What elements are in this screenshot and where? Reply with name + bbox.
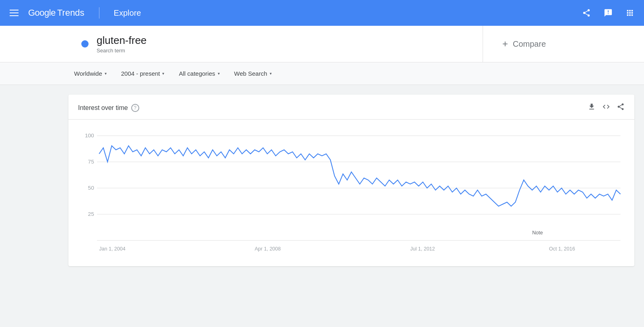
svg-text:75: 75 xyxy=(88,159,94,165)
logo-google-text: Google xyxy=(28,8,56,18)
filter-category-label: All categories xyxy=(179,70,215,77)
filter-category[interactable]: All categories ▾ xyxy=(173,68,225,79)
logo-trends-text: Trends xyxy=(57,8,85,18)
search-term-text: gluten-free xyxy=(97,34,147,47)
compare-box[interactable]: + Compare xyxy=(483,26,644,62)
svg-text:Oct 1, 2016: Oct 1, 2016 xyxy=(549,246,575,252)
compare-plus-icon: + xyxy=(502,38,508,50)
header-right xyxy=(579,5,638,21)
embed-chart-button[interactable] xyxy=(602,103,610,113)
download-icon xyxy=(588,103,596,111)
share-chart-button[interactable] xyxy=(617,103,625,113)
filter-search-type-chevron: ▾ xyxy=(270,71,272,76)
share-chart-icon xyxy=(617,103,625,111)
chart-actions xyxy=(588,103,625,113)
filter-category-chevron: ▾ xyxy=(218,71,220,76)
svg-text:Note: Note xyxy=(532,230,543,236)
svg-text:50: 50 xyxy=(88,185,94,191)
filter-search-type[interactable]: Web Search ▾ xyxy=(229,68,277,79)
svg-text:Jan 1, 2004: Jan 1, 2004 xyxy=(99,246,126,252)
page-title: Explore xyxy=(114,8,141,18)
filter-time-range-label: 2004 - present xyxy=(121,70,160,77)
header-left: Google Trends Explore xyxy=(6,6,141,19)
header-divider xyxy=(99,7,99,19)
chart-svg-container: 100 75 50 25 Jan 1, 2004 Apr 1, 2008 Jul… xyxy=(78,128,625,258)
chart-header: Interest over time ? xyxy=(68,103,634,120)
search-area: gluten-free Search term + Compare xyxy=(0,26,644,62)
embed-icon xyxy=(602,103,610,111)
interest-over-time-card: Interest over time ? xyxy=(68,95,634,266)
menu-icon[interactable] xyxy=(6,6,22,19)
help-icon[interactable]: ? xyxy=(131,104,139,112)
apps-icon-button[interactable] xyxy=(622,5,638,21)
trend-chart-svg: 100 75 50 25 Jan 1, 2004 Apr 1, 2008 Jul… xyxy=(78,128,625,257)
svg-text:100: 100 xyxy=(85,132,94,139)
search-term-info: gluten-free Search term xyxy=(97,34,147,54)
share-icon-button[interactable] xyxy=(579,5,594,21)
compare-text: Compare xyxy=(513,39,546,49)
filter-search-type-label: Web Search xyxy=(234,70,267,77)
filter-location-chevron: ▾ xyxy=(105,71,107,76)
svg-text:25: 25 xyxy=(88,211,94,217)
download-chart-button[interactable] xyxy=(588,103,596,113)
search-container: gluten-free Search term + Compare xyxy=(0,26,644,62)
filter-location[interactable]: Worldwide ▾ xyxy=(68,68,112,79)
apps-icon xyxy=(625,8,634,17)
filter-location-label: Worldwide xyxy=(74,70,102,77)
filter-time-range-chevron: ▾ xyxy=(162,71,164,76)
app-header: Google Trends Explore xyxy=(0,0,644,26)
svg-text:Apr 1, 2008: Apr 1, 2008 xyxy=(255,246,281,252)
search-term-box: gluten-free Search term xyxy=(68,26,483,62)
chart-body: 100 75 50 25 Jan 1, 2004 Apr 1, 2008 Jul… xyxy=(68,120,634,262)
chart-title-group: Interest over time ? xyxy=(78,104,139,112)
search-dot-indicator xyxy=(81,40,89,48)
app-logo: Google Trends xyxy=(28,8,85,18)
chart-title: Interest over time xyxy=(78,104,128,112)
share-icon xyxy=(582,8,591,17)
search-term-label: Search term xyxy=(97,48,147,54)
filter-time-range[interactable]: 2004 - present ▾ xyxy=(116,68,170,79)
svg-text:Jul 1, 2012: Jul 1, 2012 xyxy=(410,246,435,252)
filter-bar: Worldwide ▾ 2004 - present ▾ All categor… xyxy=(0,62,644,85)
feedback-icon xyxy=(604,8,613,17)
feedback-icon-button[interactable] xyxy=(601,5,616,21)
main-content: Interest over time ? xyxy=(0,85,644,286)
